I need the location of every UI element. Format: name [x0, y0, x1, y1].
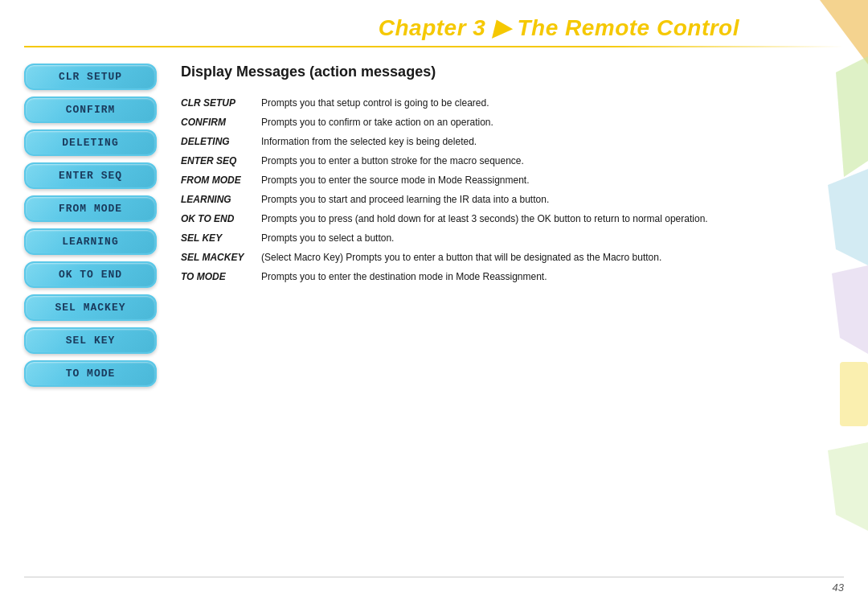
message-table: CLR SETUPPrompts you that setup control … — [181, 93, 755, 286]
message-row: CLR SETUPPrompts you that setup control … — [181, 93, 755, 113]
message-key: ENTER SEQ — [181, 151, 261, 170]
chapter-title: Chapter 3 ▶ The Remote Control — [24, 14, 844, 41]
button-clr-setup[interactable]: CLR SETUP — [24, 64, 157, 90]
message-description: Prompts you to enter a button stroke for… — [261, 151, 755, 170]
message-key: OK TO END — [181, 209, 261, 228]
message-row: SEL MACKEY(Select Macro Key) Prompts you… — [181, 248, 755, 267]
message-description: Prompts you to press (and hold down for … — [261, 209, 755, 228]
message-description: Prompts you to start and proceed learnin… — [261, 190, 755, 209]
message-row: ENTER SEQPrompts you to enter a button s… — [181, 151, 755, 170]
button-ok-to-end[interactable]: OK TO END — [24, 261, 157, 288]
page-header: Chapter 3 ▶ The Remote Control — [0, 0, 868, 47]
message-row: CONFIRMPrompts you to confirm or take ac… — [181, 113, 755, 132]
message-row: OK TO ENDPrompts you to press (and hold … — [181, 209, 755, 228]
button-sel-key[interactable]: SEL KEY — [24, 327, 157, 354]
main-content: CLR SETUPCONFIRMDELETINGENTER SEQFROM MO… — [0, 47, 868, 403]
message-key: CLR SETUP — [181, 93, 261, 113]
message-key: TO MODE — [181, 267, 261, 286]
button-confirm[interactable]: CONFIRM — [24, 97, 157, 123]
message-row: SEL KEYPrompts you to select a button. — [181, 228, 755, 248]
message-description: Prompts you to select a button. — [261, 228, 755, 248]
footer-line — [24, 577, 844, 577]
button-enter-seq[interactable]: ENTER SEQ — [24, 162, 157, 189]
message-description: (Select Macro Key) Prompts you to enter … — [261, 248, 755, 267]
page-number: 43 — [833, 581, 844, 594]
message-description: Prompts you to confirm or take action on… — [261, 113, 755, 132]
message-key: SEL KEY — [181, 228, 261, 248]
message-description: Prompts you that setup control is going … — [261, 93, 755, 113]
message-key: LEARNING — [181, 190, 261, 209]
section-title: Display Messages (action messages) — [181, 64, 755, 80]
button-column: CLR SETUPCONFIRMDELETINGENTER SEQFROM MO… — [24, 64, 157, 387]
button-from-mode[interactable]: FROM MODE — [24, 195, 157, 222]
message-key: SEL MACKEY — [181, 248, 261, 267]
message-description: Information from the selected key is bei… — [261, 132, 755, 151]
message-key: CONFIRM — [181, 113, 261, 132]
message-row: LEARNINGPrompts you to start and proceed… — [181, 190, 755, 209]
button-sel-mackey[interactable]: SEL MACKEY — [24, 294, 157, 321]
message-row: DELETINGInformation from the selected ke… — [181, 132, 755, 151]
message-key: FROM MODE — [181, 170, 261, 190]
message-key: DELETING — [181, 132, 261, 151]
svg-marker-5 — [828, 442, 868, 531]
message-row: TO MODEPrompts you to enter the destinat… — [181, 267, 755, 286]
content-area: Display Messages (action messages) CLR S… — [181, 64, 844, 387]
button-to-mode[interactable]: TO MODE — [24, 360, 157, 387]
footer: 43 — [24, 581, 844, 594]
button-deleting[interactable]: DELETING — [24, 129, 157, 156]
message-description: Prompts you to enter the destination mod… — [261, 267, 755, 286]
message-description: Prompts you to enter the source mode in … — [261, 170, 755, 190]
message-row: FROM MODEPrompts you to enter the source… — [181, 170, 755, 190]
button-learning[interactable]: LEARNING — [24, 228, 157, 255]
